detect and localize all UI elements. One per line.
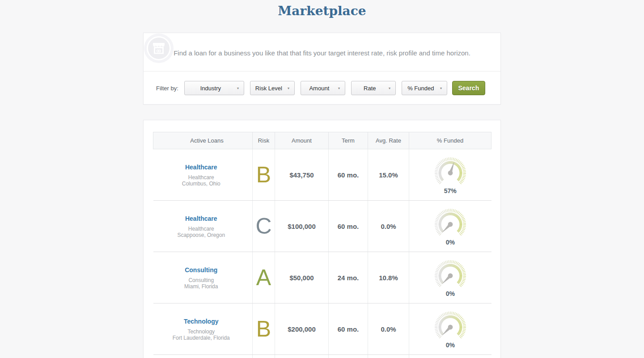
risk-level-dropdown-value: Risk Level (255, 85, 282, 92)
chevron-down-icon: ▼ (337, 86, 340, 90)
loan-term: 60 mo. (329, 149, 368, 201)
chevron-down-icon: ▼ (287, 86, 290, 90)
search-button[interactable]: Search (452, 81, 485, 95)
column-header-term: Term (329, 132, 368, 149)
funded-percent-label: 57% (409, 187, 491, 194)
filter-by-label: Filter by: (156, 85, 178, 92)
loan-avg-rate: 0.0% (368, 303, 409, 355)
loan-amount: $43,750 (275, 149, 329, 201)
table-row: Technology Technology Fort Lauderdale, F… (153, 303, 491, 355)
column-header-avg-rate: Avg. Rate (368, 132, 409, 149)
loan-term: 24 mo. (329, 252, 368, 303)
loan-amount: $200,000 (275, 303, 329, 355)
filter-bar: Filter by: Industry ▼ Risk Level ▼ Amoun… (144, 81, 500, 95)
column-header-amount: Amount (275, 132, 329, 149)
loans-card: Active Loans Risk Amount Term Avg. Rate … (143, 120, 501, 358)
intro-card: Find a loan for a business you like that… (143, 33, 501, 105)
percent-funded-dropdown-value: % Funded (407, 85, 434, 92)
table-row: Consulting Consulting Miami, Florida A $… (153, 252, 491, 303)
loan-amount: $50,000 (275, 252, 329, 303)
loan-industry: Consulting (156, 277, 247, 283)
amount-dropdown[interactable]: Amount ▼ (301, 81, 345, 95)
funded-percent-label: 0% (409, 341, 491, 349)
industry-dropdown[interactable]: Industry ▼ (184, 81, 244, 95)
risk-grade: B (253, 303, 275, 355)
loan-amount: $100,000 (275, 201, 329, 252)
table-row: Healthcare Healthcare Scappoose, Oregon … (153, 201, 491, 252)
risk-grade: B (253, 149, 275, 201)
funded-percent-label: 0% (409, 290, 491, 297)
funded-gauge (409, 206, 491, 240)
table-row: Healthcare Healthcare Columbus, Ohio B $… (153, 149, 491, 201)
loan-name-link[interactable]: Consulting (185, 266, 217, 274)
page-title: Marketplace (0, 4, 644, 18)
rate-dropdown[interactable]: Rate ▼ (351, 81, 396, 95)
column-header-percent-funded: % Funded (409, 132, 491, 149)
amount-dropdown-value: Amount (309, 85, 329, 92)
loan-industry: Healthcare (156, 226, 247, 232)
column-header-risk: Risk (253, 132, 275, 149)
loans-table: Active Loans Risk Amount Term Avg. Rate … (153, 132, 491, 358)
loan-name-link[interactable]: Healthcare (185, 164, 217, 171)
risk-grade: C (253, 201, 275, 252)
loan-avg-rate: 0.0% (368, 201, 409, 252)
funded-gauge (409, 155, 491, 188)
column-header-active-loans: Active Loans (153, 132, 253, 149)
table-row-partial (153, 355, 491, 358)
funded-gauge (409, 309, 491, 342)
percent-funded-dropdown[interactable]: % Funded ▼ (402, 81, 447, 95)
funded-percent-label: 0% (409, 239, 491, 246)
loan-industry: Technology (156, 329, 247, 335)
loan-avg-rate: 15.0% (368, 149, 409, 201)
loan-avg-rate: 10.8% (368, 252, 409, 303)
loan-location: Fort Lauderdale, Florida (156, 335, 247, 341)
divider (144, 71, 500, 72)
chevron-down-icon: ▼ (439, 86, 442, 90)
loan-term: 60 mo. (329, 201, 368, 252)
rate-dropdown-value: Rate (364, 85, 376, 92)
risk-grade: A (253, 252, 275, 303)
funded-gauge (409, 258, 491, 291)
loan-industry: Healthcare (156, 174, 247, 181)
loan-location: Miami, Florida (156, 283, 247, 290)
loan-location: Scappoose, Oregon (156, 232, 247, 238)
risk-level-dropdown[interactable]: Risk Level ▼ (250, 81, 295, 95)
storefront-icon (144, 33, 174, 63)
chevron-down-icon: ▼ (236, 86, 239, 90)
chevron-down-icon: ▼ (388, 86, 391, 90)
table-header-row: Active Loans Risk Amount Term Avg. Rate … (153, 132, 491, 149)
intro-description: Find a loan for a business you like that… (144, 49, 500, 57)
industry-dropdown-value: Industry (200, 85, 221, 92)
loan-term: 60 mo. (329, 303, 368, 355)
loan-name-link[interactable]: Healthcare (185, 215, 217, 222)
loan-name-link[interactable]: Technology (184, 318, 219, 325)
loan-location: Columbus, Ohio (156, 181, 247, 187)
